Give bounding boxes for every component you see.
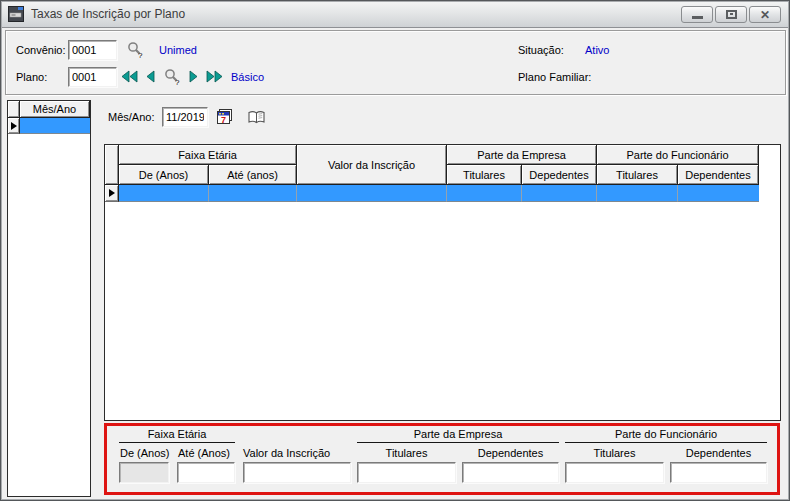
grid-col-de-anos: De (Anos) (119, 165, 209, 185)
last-record-icon (206, 71, 223, 86)
calendar-button[interactable]: 7 (216, 108, 233, 125)
grid-col-valor-inscricao: Valor da Inscrição (297, 145, 447, 185)
grid-empty-area (105, 202, 780, 420)
entry-group-parte-funcionario: Parte do Funcionário (565, 428, 767, 441)
previous-record-icon (145, 71, 156, 86)
browse-button[interactable] (247, 110, 266, 125)
plano-name: Básico (231, 71, 264, 84)
faixa-etaria-underline (119, 442, 235, 443)
maximize-icon (726, 10, 737, 19)
app-icon (8, 6, 24, 22)
entry-funcionario-dependentes-input[interactable] (670, 462, 767, 483)
convenio-input[interactable] (68, 40, 117, 60)
grid-group-faixa-etaria: Faixa Etária (119, 145, 297, 165)
grid-group-parte-funcionario: Parte do Funcionário (597, 145, 759, 165)
search-icon: ? (126, 47, 144, 62)
entry-empresa-dependentes-label: Dependentes (462, 447, 559, 460)
plano-label: Plano: (16, 71, 47, 84)
grid-col-empresa-dependentes: Depedentes (522, 165, 597, 185)
entry-ate-anos-label: Até (Anos) (178, 447, 230, 460)
plano-first-button[interactable] (121, 70, 138, 83)
titlebar[interactable]: Taxas de Inscrição por Plano ✕ (1, 1, 789, 28)
left-grid-empty-area (8, 134, 90, 496)
left-grid-selected-cell[interactable] (20, 118, 90, 134)
grid-cell-ate-anos[interactable] (209, 185, 297, 202)
mes-ano-list-grid[interactable]: Mês/Ano (7, 100, 91, 497)
search-icon: ? (163, 74, 181, 89)
plano-input[interactable] (68, 67, 117, 87)
grid-corner-header (105, 145, 119, 185)
plano-lookup-button[interactable]: ? (163, 68, 181, 86)
mes-ano-input[interactable] (162, 107, 208, 127)
maximize-button[interactable] (715, 6, 747, 23)
plano-last-button[interactable] (206, 70, 223, 83)
entry-valor-label: Valor da Inscrição (243, 447, 330, 460)
plano-next-button[interactable] (188, 70, 199, 83)
grid-cell-empresa-titulares[interactable] (447, 185, 522, 202)
parte-funcionario-underline (565, 442, 767, 443)
window-controls: ✕ (681, 6, 781, 23)
grid-col-empresa-titulares: Titulares (447, 165, 522, 185)
svg-text:7: 7 (221, 115, 226, 125)
current-row-arrow-icon (11, 122, 17, 130)
entry-valor-input[interactable] (243, 462, 351, 483)
grid-cell-empresa-dependentes[interactable] (522, 185, 597, 202)
app-window: Taxas de Inscrição por Plano ✕ Convênio:… (0, 0, 790, 501)
grid-row-selector[interactable] (105, 185, 119, 202)
grid-cell-de-anos[interactable] (119, 185, 209, 202)
convenio-name: Unimed (159, 44, 197, 57)
entry-ate-anos-input[interactable] (177, 462, 235, 483)
entry-de-anos-label: De (Anos) (120, 447, 170, 460)
first-record-icon (121, 71, 138, 86)
grid-group-parte-empresa: Parte da Empresa (447, 145, 597, 165)
grid-col-ate-anos: Até (anos) (209, 165, 297, 185)
current-row-arrow-icon (109, 189, 115, 197)
entry-funcionario-titulares-label: Titulares (565, 447, 664, 460)
entry-de-anos-input (119, 462, 169, 483)
header-form-panel: Convênio: ? Unimed Situação: Ativo Plano… (5, 30, 786, 95)
left-grid-row-selector[interactable] (8, 118, 20, 134)
svg-text:?: ? (138, 51, 143, 59)
mes-ano-label: Mês/Ano: (108, 111, 154, 124)
window-title: Taxas de Inscrição por Plano (31, 7, 185, 21)
next-record-icon (188, 71, 199, 86)
convenio-lookup-button[interactable]: ? (126, 41, 144, 59)
left-grid-corner-header (8, 101, 20, 118)
plano-familiar-label: Plano Familiar: (518, 71, 591, 84)
entry-funcionario-dependentes-label: Dependentes (670, 447, 767, 460)
grid-cell-funcionario-titulares[interactable] (597, 185, 678, 202)
book-icon (247, 113, 266, 128)
entry-empresa-titulares-label: Titulares (357, 447, 456, 460)
minimize-button[interactable] (681, 6, 713, 23)
svg-text:?: ? (175, 78, 180, 86)
plano-prev-button[interactable] (145, 70, 156, 83)
situacao-label: Situação: (518, 44, 564, 57)
grid-col-funcionario-titulares: Titulares (597, 165, 678, 185)
entry-group-parte-empresa: Parte da Empresa (357, 428, 559, 441)
entry-group-faixa-etaria: Faixa Etária (119, 428, 235, 441)
situacao-value: Ativo (585, 44, 609, 57)
left-grid-mes-ano-header: Mês/Ano (20, 101, 90, 118)
entry-empresa-dependentes-input[interactable] (462, 462, 559, 483)
convenio-label: Convênio: (16, 44, 66, 57)
close-icon: ✕ (760, 9, 770, 21)
parte-empresa-underline (357, 442, 559, 443)
entry-funcionario-titulares-input[interactable] (565, 462, 664, 483)
calendar-icon: 7 (216, 113, 233, 128)
minimize-icon (692, 16, 703, 19)
entry-empresa-titulares-input[interactable] (357, 462, 456, 483)
grid-cell-funcionario-dependentes[interactable] (678, 185, 759, 202)
grid-cell-valor[interactable] (297, 185, 447, 202)
taxas-grid[interactable]: Faixa Etária Valor da Inscrição Parte da… (104, 144, 781, 421)
close-button[interactable]: ✕ (749, 6, 781, 23)
grid-col-funcionario-dependentes: Dependentes (678, 165, 759, 185)
